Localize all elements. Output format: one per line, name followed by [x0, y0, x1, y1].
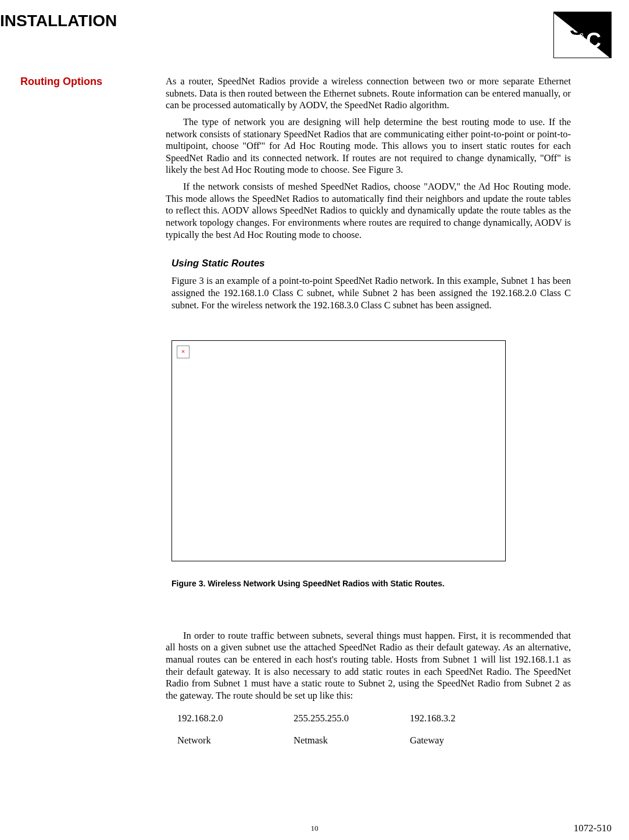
figure-placeholder: × [171, 340, 506, 561]
paragraph: The type of network you are designing wi… [166, 116, 571, 176]
text-italic: As [503, 642, 513, 653]
paragraph: If the network consists of meshed SpeedN… [166, 181, 571, 241]
sidebar: Routing Options [0, 76, 166, 757]
page-number: 10 [311, 824, 319, 833]
header-row: INSTALLATION S C & [0, 0, 629, 58]
page-title: INSTALLATION [0, 12, 117, 30]
table-row: Network Netmask Gateway [177, 735, 571, 747]
paragraph: In order to route traffic between subnet… [166, 630, 571, 702]
table-cell: 192.168.3.2 [410, 713, 526, 725]
content-area: Routing Options As a router, SpeedNet Ra… [0, 58, 629, 757]
figure-caption: Figure 3. Wireless Network Using SpeedNe… [171, 579, 571, 589]
table-cell: Network [177, 735, 294, 747]
body-column: As a router, SpeedNet Radios provide a w… [166, 76, 629, 757]
route-table: 192.168.2.0 255.255.255.0 192.168.3.2 Ne… [177, 713, 571, 747]
subsection-heading: Using Static Routes [171, 257, 571, 269]
table-cell: Netmask [294, 735, 410, 747]
paragraph: As a router, SpeedNet Radios provide a w… [166, 76, 571, 112]
broken-image-icon: × [177, 346, 190, 358]
document-id: 1072-510 [574, 823, 612, 834]
section-heading: Routing Options [20, 76, 160, 88]
table-row: 192.168.2.0 255.255.255.0 192.168.3.2 [177, 713, 571, 725]
table-cell: 192.168.2.0 [177, 713, 294, 725]
paragraph: Figure 3 is an example of a point-to-poi… [171, 275, 571, 311]
brand-logo-icon: S C & [553, 12, 612, 58]
table-cell: 255.255.255.0 [294, 713, 410, 725]
table-cell: Gateway [410, 735, 526, 747]
svg-text:&: & [579, 31, 585, 41]
svg-text:C: C [586, 29, 601, 52]
